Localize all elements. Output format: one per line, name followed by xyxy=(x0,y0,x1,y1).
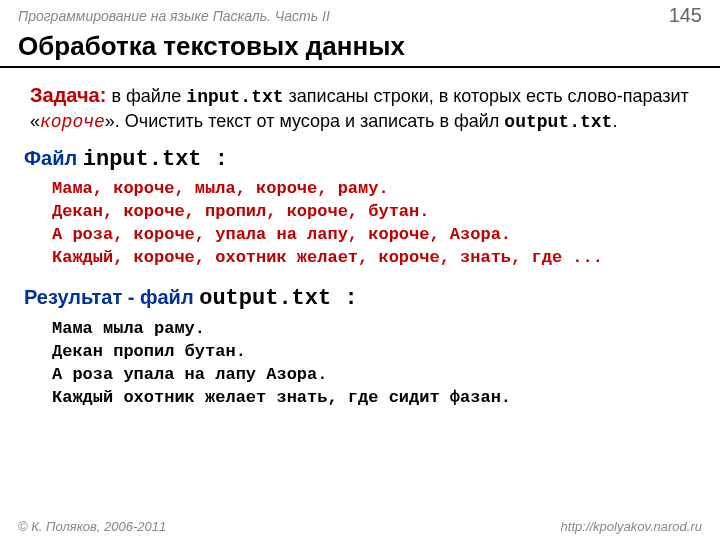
copyright: © К. Поляков, 2006-2011 xyxy=(18,519,166,534)
input-line: Декан, короче, пропил, короче, бутан. xyxy=(52,202,429,221)
output-line: А роза упала на лапу Азора. xyxy=(52,365,327,384)
input-line: Мама, короче, мыла, короче, раму. xyxy=(52,179,389,198)
input-filename: input.txt xyxy=(83,147,202,172)
header: Программирование на языке Паскаль. Часть… xyxy=(0,0,720,29)
output-section: Результат - файл output.txt : Мама мыла … xyxy=(24,284,696,409)
output-label: Результат - файл xyxy=(24,286,199,308)
task-file1: input.txt xyxy=(186,87,283,107)
footer-url: http://kpolyakov.narod.ru xyxy=(561,519,702,534)
task-section: Задача: в файле input.txt записаны строк… xyxy=(24,82,696,135)
course-name: Программирование на языке Паскаль. Часть… xyxy=(18,8,330,24)
page-number: 145 xyxy=(669,4,702,27)
output-colon: : xyxy=(331,286,357,311)
output-line: Мама мыла раму. xyxy=(52,319,205,338)
output-line: Декан пропил бутан. xyxy=(52,342,246,361)
output-code: Мама мыла раму. Декан пропил бутан. А ро… xyxy=(52,318,696,410)
task-end: . xyxy=(612,111,617,131)
input-code: Мама, короче, мыла, короче, раму. Декан,… xyxy=(52,178,696,270)
output-line: Каждый охотник желает знать, где сидит ф… xyxy=(52,388,511,407)
task-label: Задача: xyxy=(30,84,106,106)
task-text-1: в файле xyxy=(106,86,186,106)
task-text-3: ». Очистить текст от мусора и записать в… xyxy=(105,111,505,131)
task-file2: output.txt xyxy=(504,112,612,132)
input-label: Файл xyxy=(24,147,83,169)
content: Задача: в файле input.txt записаны строк… xyxy=(0,82,720,409)
input-line: А роза, короче, упала на лапу, короче, А… xyxy=(52,225,511,244)
footer: © К. Поляков, 2006-2011 http://kpolyakov… xyxy=(0,519,720,534)
input-line: Каждый, короче, охотник желает, короче, … xyxy=(52,248,603,267)
input-colon: : xyxy=(202,147,228,172)
output-filename: output.txt xyxy=(199,286,331,311)
task-word: короче xyxy=(40,112,105,132)
input-section: Файл input.txt : Мама, короче, мыла, кор… xyxy=(24,145,696,270)
page-title: Обработка текстовых данных xyxy=(0,29,720,68)
